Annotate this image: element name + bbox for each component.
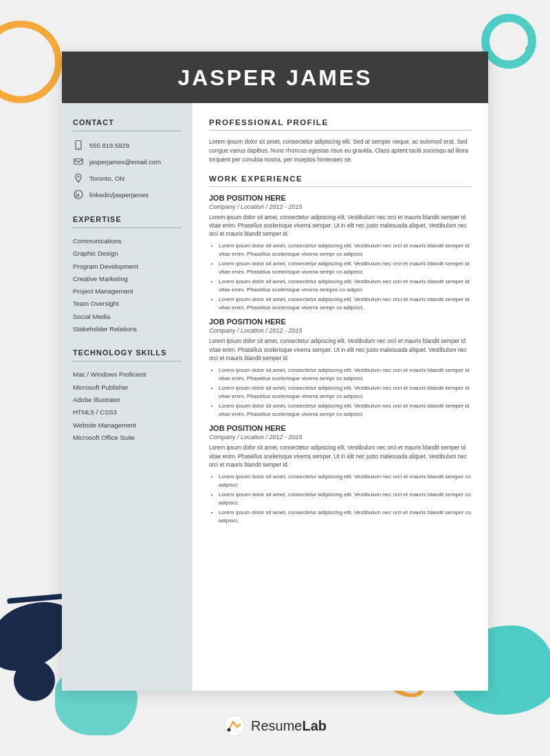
bullet-item: Lorem ipsum dolor sit amet, consectetur … <box>219 242 472 258</box>
bg-orange-arc <box>0 21 62 103</box>
technology-item: HTML5 / CSS3 <box>73 408 182 416</box>
resume-header: JASPER JAMES <box>62 52 488 103</box>
expertise-item: Program Development <box>73 262 182 271</box>
job-company-2: Company / Location / 2012 - 2015 <box>209 434 472 441</box>
technology-item: Microsoft Publisher <box>73 383 182 392</box>
phone-icon <box>73 140 84 151</box>
phone-item: 555.819.5929 <box>73 140 182 151</box>
svg-point-3 <box>78 176 79 177</box>
bullet-item: Lorem ipsum dolor sit amet, consectetur … <box>219 491 472 507</box>
work-divider <box>209 186 472 187</box>
email-icon <box>73 156 84 167</box>
technology-item: Website Management <box>73 421 182 430</box>
job-company-0: Company / Location / 2012 - 2015 <box>209 203 472 210</box>
expertise-item: Graphic Design <box>73 249 182 258</box>
technology-item: Microsoft Office Suite <box>73 433 182 442</box>
contact-title: CONTACT <box>73 118 182 126</box>
jobs-container: JOB POSITION HERECompany / Location / 20… <box>209 194 472 526</box>
svg-point-6 <box>227 729 230 732</box>
job-section-2: JOB POSITION HERECompany / Location / 20… <box>209 424 472 525</box>
technology-item: Mac / Windows Proficient <box>73 370 182 379</box>
email-item: jasperjames@email.com <box>73 156 182 167</box>
bg-navy-circle-small <box>14 660 55 701</box>
location-value: Toronto, ON <box>89 175 124 182</box>
contact-divider <box>73 131 182 131</box>
expertise-item: Social Media <box>73 312 182 321</box>
resumelab-logo: ResumeLab <box>223 715 327 737</box>
profile-divider <box>209 130 472 131</box>
job-title-0: JOB POSITION HERE <box>209 194 472 202</box>
job-bullets-2: Lorem ipsum dolor sit amet, consectetur … <box>209 473 472 525</box>
job-company-1: Company / Location / 2012 - 2015 <box>209 327 472 334</box>
technology-section: TECHNOLOGY SKILLS Mac / Windows Proficie… <box>73 348 182 442</box>
technology-title: TECHNOLOGY SKILLS <box>73 348 182 357</box>
expertise-item: Project Management <box>73 287 182 296</box>
linkedin-value: linkedin/jasperjames <box>89 191 148 199</box>
contact-section: CONTACT 555.819.5929 <box>73 118 182 200</box>
profile-section-title: PROFESSIONAL PROFILE <box>209 118 472 126</box>
expertise-section: EXPERTISE CommunicationsGraphic DesignPr… <box>73 215 182 333</box>
bullet-item: Lorem ipsum dolor sit amet, consectetur … <box>219 296 472 312</box>
job-title-1: JOB POSITION HERE <box>209 318 472 326</box>
expertise-title: EXPERTISE <box>73 215 182 223</box>
job-description-1: Lorem ipsum dolor sit amet, consectetur … <box>209 337 472 363</box>
bg-teal-dot <box>525 45 535 54</box>
technology-divider <box>73 361 182 362</box>
email-value: jasperjames@email.com <box>89 158 161 166</box>
expertise-item: Communications <box>73 236 182 245</box>
expertise-divider <box>73 227 182 228</box>
profile-text: Lorem ipsum dolor sit amet, consectetur … <box>209 137 472 165</box>
svg-rect-1 <box>78 148 80 148</box>
resume-document: JASPER JAMES CONTACT 555.819.5929 <box>62 52 488 691</box>
job-section-1: JOB POSITION HERECompany / Location / 20… <box>209 318 472 419</box>
job-section-0: JOB POSITION HERECompany / Location / 20… <box>209 194 472 313</box>
candidate-name: JASPER JAMES <box>76 65 474 91</box>
technology-list: Mac / Windows ProficientMicrosoft Publis… <box>73 370 182 442</box>
expertise-item: Team Oversight <box>73 299 182 308</box>
expertise-list: CommunicationsGraphic DesignProgram Deve… <box>73 236 182 333</box>
job-description-0: Lorem ipsum dolor sit amet, consectetur … <box>209 214 472 239</box>
sidebar: CONTACT 555.819.5929 <box>62 103 192 691</box>
bullet-item: Lorem ipsum dolor sit amet, consectetur … <box>219 402 472 419</box>
bullet-item: Lorem ipsum dolor sit amet, consectetur … <box>219 366 472 383</box>
resume-body: CONTACT 555.819.5929 <box>62 103 488 691</box>
bullet-item: Lorem ipsum dolor sit amet, consectetur … <box>219 473 472 489</box>
logo-text: ResumeLab <box>251 718 327 734</box>
linkedin-item: linkedin/jasperjames <box>73 189 182 200</box>
bullet-item: Lorem ipsum dolor sit amet, consectetur … <box>219 384 472 401</box>
svg-point-5 <box>224 715 245 736</box>
linkedin-icon <box>73 189 84 200</box>
bullet-item: Lorem ipsum dolor sit amet, consectetur … <box>219 278 472 294</box>
phone-value: 555.819.5929 <box>89 142 129 149</box>
bullet-item: Lorem ipsum dolor sit amet, consectetur … <box>219 260 472 276</box>
svg-rect-2 <box>74 159 82 164</box>
bg-teal-circle-top-right <box>481 14 536 69</box>
job-description-2: Lorem ipsum dolor sit amet, consectetur … <box>209 444 472 469</box>
technology-item: Adobe Illustrator <box>73 395 182 404</box>
resumelab-logo-icon <box>223 715 245 737</box>
location-item: Toronto, ON <box>73 173 182 184</box>
main-content: PROFESSIONAL PROFILE Lorem ipsum dolor s… <box>192 103 488 691</box>
job-bullets-1: Lorem ipsum dolor sit amet, consectetur … <box>209 366 472 419</box>
job-bullets-0: Lorem ipsum dolor sit amet, consectetur … <box>209 242 472 312</box>
work-section-title: WORK EXPERIENCE <box>209 175 472 183</box>
expertise-item: Stakeholder Relations <box>73 324 182 333</box>
bullet-item: Lorem ipsum dolor sit amet, consectetur … <box>219 509 472 525</box>
location-icon <box>73 173 84 184</box>
expertise-item: Creative Marketing <box>73 274 182 283</box>
job-title-2: JOB POSITION HERE <box>209 424 472 432</box>
logo-text-bold: Lab <box>302 718 327 733</box>
